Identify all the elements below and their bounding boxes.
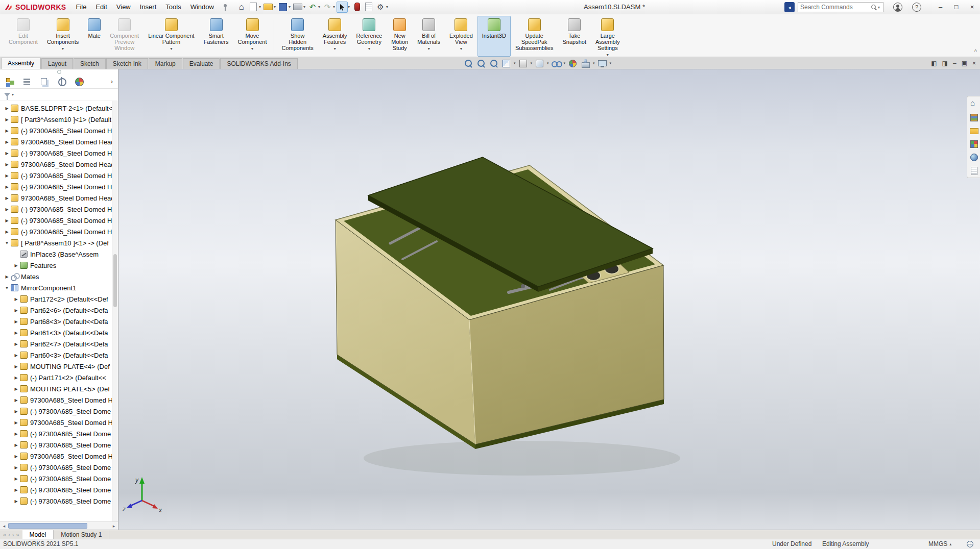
restore-document-icon[interactable]: ▣ xyxy=(962,59,967,67)
ribbon-mate[interactable]: Mate xyxy=(83,16,105,57)
tree-row[interactable]: ▶[ Part3^Assem10 ]<1> (Default xyxy=(0,114,118,125)
tree-row[interactable]: InPlace3 (Base^Assem xyxy=(0,248,118,260)
dropdown-caret-icon[interactable]: ▼ xyxy=(367,46,371,52)
tree-row[interactable]: ▶Features xyxy=(0,260,118,271)
undo-caret-icon[interactable]: ▾ xyxy=(318,5,320,9)
tree-row[interactable]: ▶(-) 97300A685_Steel Domed He xyxy=(0,226,118,237)
panel-splitter-handle[interactable] xyxy=(0,69,118,74)
redo-icon[interactable] xyxy=(322,2,333,13)
rebuild-icon[interactable] xyxy=(351,2,363,13)
display-style-icon[interactable] xyxy=(534,58,545,68)
tree-expand-arrow[interactable]: ▶ xyxy=(3,173,11,178)
tree-expand-arrow[interactable]: ▶ xyxy=(3,185,11,189)
zoom-to-fit-icon[interactable] xyxy=(462,58,474,68)
options-gear-icon[interactable] xyxy=(375,2,386,13)
close-window[interactable]: × xyxy=(964,0,980,14)
tree-row[interactable]: ▶MOUTING PLATE<5> (Def xyxy=(0,383,118,394)
tree-row[interactable]: ▶Part172<2> (Default<<Def xyxy=(0,293,118,305)
tree-expand-arrow[interactable]: ▶ xyxy=(3,196,11,201)
apply-scene-icon[interactable] xyxy=(580,58,591,68)
tab-model[interactable]: Model xyxy=(22,530,54,539)
tree-row[interactable]: ▶Part60<3> (Default<<Defa xyxy=(0,350,118,361)
tree-row[interactable]: ▶(-) 97300A685_Steel Domed He xyxy=(0,170,118,181)
tree-expand-arrow[interactable]: ▶ xyxy=(12,297,20,302)
tree-expand-arrow[interactable]: ▶ xyxy=(12,432,20,436)
tree-row[interactable]: ▶(-) 97300A685_Steel Domed He xyxy=(0,147,118,159)
tab-evaluate[interactable]: Evaluate xyxy=(183,58,220,69)
search-icon[interactable] xyxy=(871,4,877,10)
tab-motion-study-1[interactable]: Motion Study 1 xyxy=(54,530,109,539)
search-caret-icon[interactable]: ▾ xyxy=(878,5,880,10)
tree-expand-arrow[interactable]: ▶ xyxy=(3,106,11,111)
print-caret-icon[interactable]: ▾ xyxy=(303,5,305,9)
tree-expand-arrow[interactable]: ▶ xyxy=(3,129,11,133)
previous-view-icon[interactable] xyxy=(488,58,499,68)
ribbon-linear-component-pattern[interactable]: Linear ComponentPattern▼ xyxy=(144,16,199,57)
view-orientation-caret-icon[interactable]: ▾ xyxy=(531,61,533,65)
hide-show-items-icon[interactable] xyxy=(551,58,562,68)
tree-row[interactable]: ▶(-) 97300A685_Steel Domed He xyxy=(0,181,118,192)
select-cursor-caret-icon[interactable]: ▾ xyxy=(348,5,350,9)
tree-expand-arrow[interactable]: ▶ xyxy=(12,409,20,414)
tree-row[interactable]: ▶(-) Part171<2> (Default<< xyxy=(0,372,118,383)
tree-expand-arrow[interactable]: ▶ xyxy=(3,151,11,156)
panel-tab-display-manager[interactable] xyxy=(75,77,84,86)
tree-expand-arrow[interactable]: ▼ xyxy=(3,241,11,245)
ribbon-exploded-view[interactable]: ExplodedView▼ xyxy=(445,16,477,57)
tree-row[interactable]: ▶(-) 97300A685_Steel Dome xyxy=(0,439,118,451)
tree-expand-arrow[interactable]: ▶ xyxy=(12,263,20,268)
zoom-to-area-icon[interactable] xyxy=(475,58,487,68)
ribbon-bill-of-materials[interactable]: Bill ofMaterials▼ xyxy=(413,16,445,57)
ribbon-instant3d[interactable]: Instant3D xyxy=(477,16,511,57)
tab-layout[interactable]: Layout xyxy=(41,58,73,69)
tab-sketch-ink[interactable]: Sketch Ink xyxy=(106,58,148,69)
hide-show-items-caret-icon[interactable]: ▾ xyxy=(564,61,566,65)
options-gear-caret-icon[interactable]: ▾ xyxy=(386,5,388,9)
panel-tab-property-manager[interactable] xyxy=(22,77,32,86)
tree-vertical-scrollbar-thumb[interactable] xyxy=(113,254,117,307)
ribbon-reference-geometry[interactable]: ReferenceGeometry▼ xyxy=(352,16,387,57)
tree-row[interactable]: ▶(-) 97300A685_Steel Domed He xyxy=(0,204,118,215)
tree-row[interactable]: ▶(-) 97300A685_Steel Domed He xyxy=(0,125,118,136)
tree-expand-arrow[interactable]: ▶ xyxy=(12,454,20,459)
dropdown-caret-icon[interactable]: ▼ xyxy=(170,46,173,52)
menu-file[interactable]: File xyxy=(71,0,91,14)
apply-scene-caret-icon[interactable]: ▾ xyxy=(593,61,595,65)
search-commands-input[interactable] xyxy=(800,4,869,11)
ribbon-take-snapshot[interactable]: TakeSnapshot xyxy=(558,16,590,57)
file-properties-icon[interactable] xyxy=(363,2,374,13)
user-account-icon[interactable] xyxy=(893,3,902,12)
welcome-dialog-icon[interactable]: ◂ xyxy=(784,2,795,12)
globe-icon[interactable] xyxy=(967,541,973,547)
tree-expand-arrow[interactable]: ▶ xyxy=(12,319,20,324)
tree-expand-arrow[interactable]: ▶ xyxy=(3,117,11,122)
tab-solidworks-add-ins[interactable]: SOLIDWORKS Add-Ins xyxy=(220,58,297,69)
pin-menu-icon[interactable] xyxy=(221,3,229,11)
edit-appearance-icon[interactable] xyxy=(567,58,579,68)
file-explorer-icon[interactable] xyxy=(969,126,978,135)
dropdown-caret-icon[interactable]: ▼ xyxy=(61,46,65,52)
custom-properties-icon[interactable] xyxy=(969,166,978,174)
dropdown-caret-icon[interactable]: ▼ xyxy=(459,46,463,52)
tree-expand-arrow[interactable]: ▶ xyxy=(12,387,20,391)
panel-expand-chevron-icon[interactable]: › xyxy=(111,78,113,85)
select-cursor-icon[interactable] xyxy=(337,2,348,13)
tree-row[interactable]: ▶97300A685_Steel Domed Head xyxy=(0,192,118,204)
ribbon-update-speedpak-subassemblies[interactable]: UpdateSpeedPakSubassemblies xyxy=(511,16,558,57)
menu-edit[interactable]: Edit xyxy=(91,0,111,14)
tree-row[interactable]: ▶Part62<7> (Default<<Defa xyxy=(0,338,118,350)
tree-row[interactable]: ▶Part62<6> (Default<<Defa xyxy=(0,305,118,316)
tree-row[interactable]: ▶Part61<3> (Default<<Defa xyxy=(0,327,118,338)
tree-expand-arrow[interactable]: ▶ xyxy=(12,331,20,335)
ribbon-collapse-chevron[interactable]: ^ xyxy=(974,48,977,55)
units-selector[interactable]: MMGS ▴ xyxy=(928,540,951,547)
menu-insert[interactable]: Insert xyxy=(135,0,161,14)
tree-expand-arrow[interactable]: ▶ xyxy=(12,488,20,492)
tree-expand-arrow[interactable]: ▶ xyxy=(12,443,20,447)
[object Object]-icon[interactable]: « xyxy=(3,532,6,538)
section-view-caret-icon[interactable]: ▾ xyxy=(514,61,516,65)
[object Object]-icon[interactable]: » xyxy=(16,532,19,538)
ribbon-large-assembly-settings[interactable]: LargeAssemblySettings▼ xyxy=(591,16,625,57)
open-icon[interactable] xyxy=(262,2,274,13)
assembly-model[interactable] xyxy=(336,157,664,449)
